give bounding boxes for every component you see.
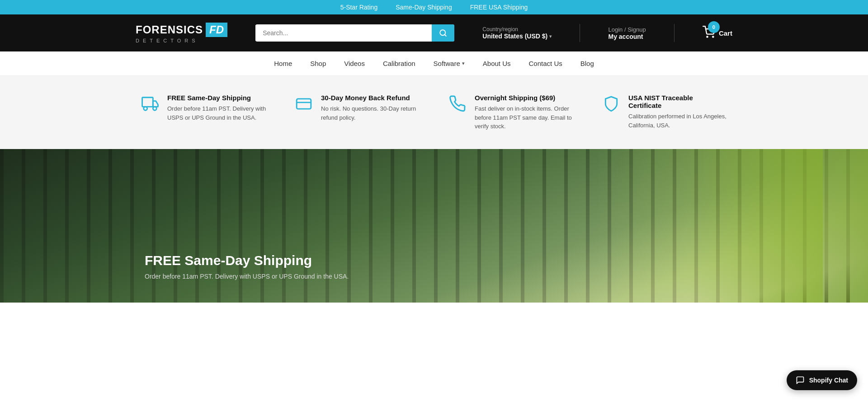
nav-calibration[interactable]: Calibration [383,60,415,67]
cart-label: Cart [719,29,732,37]
svg-rect-4 [142,98,153,107]
nav-contact-us[interactable]: Contact Us [529,60,562,67]
svg-point-6 [153,107,156,110]
logo[interactable]: FORENSICS FD DETECTORS [136,23,227,43]
nav-blog[interactable]: Blog [580,60,594,67]
hero-section: FREE Same-Day Shipping Order before 11am… [0,149,868,303]
my-account-link[interactable]: My account [609,33,646,40]
person-overlay [687,149,868,303]
logo-box: FD [206,23,227,37]
nav-software[interactable]: Software ▾ [434,60,465,67]
search-area [255,24,454,42]
cart-button[interactable]: 0 Cart [703,26,732,40]
shipping-icon [140,94,160,114]
country-value[interactable]: United States (USD $) ▾ [482,33,552,40]
feature-refund-desc: No risk. No questions. 30-Day return ref… [321,104,420,122]
search-button[interactable] [432,24,454,42]
feature-overnight: Overnight Shipping ($69) Fast deliver on… [448,94,574,131]
feature-shipping: FREE Same-Day Shipping Order before 11am… [140,94,267,131]
svg-line-1 [445,34,446,36]
certificate-icon [601,94,621,114]
refund-icon [294,94,314,114]
cart-count: 0 [708,21,720,33]
feature-certificate-desc: Calibration performed in Los Angeles, Ca… [628,112,728,130]
feature-certificate-text: USA NIST Traceable Certificate Calibrati… [628,94,728,130]
logo-fd: FD [209,23,224,36]
search-icon [439,29,447,37]
header: FORENSICS FD DETECTORS Country/region Un… [0,14,868,51]
feature-certificate: USA NIST Traceable Certificate Calibrati… [601,94,728,131]
feature-shipping-title: FREE Same-Day Shipping [167,94,267,102]
chevron-down-icon: ▾ [462,61,465,66]
feature-refund-title: 30-Day Money Back Refund [321,94,420,102]
svg-point-3 [712,36,713,37]
feature-overnight-title: Overnight Shipping ($69) [475,94,574,102]
logo-sub: DETECTORS [136,38,227,43]
main-nav: Home Shop Videos Calibration Software ▾ … [0,51,868,76]
header-divider-1 [580,24,580,42]
banner-item-1: 5-Star Rating [340,4,377,11]
overnight-icon [448,94,467,114]
svg-point-2 [707,36,708,37]
feature-shipping-text: FREE Same-Day Shipping Order before 11am… [167,94,267,122]
login-signup-link[interactable]: Login / Signup [609,26,646,33]
svg-rect-7 [297,99,311,109]
banner-item-2: Same-Day Shipping [396,4,452,11]
hero-desc: Order before 11am PST. Delivery with USP… [145,273,349,280]
feature-certificate-title: USA NIST Traceable Certificate [628,94,728,109]
search-input[interactable] [255,25,432,41]
header-divider-2 [674,24,675,42]
hero-content: FREE Same-Day Shipping Order before 11am… [0,253,349,280]
nav-home[interactable]: Home [274,60,292,67]
feature-shipping-desc: Order before 11am PST. Delivery with USP… [167,104,267,122]
nav-shop[interactable]: Shop [310,60,326,67]
features-section: FREE Same-Day Shipping Order before 11am… [0,76,868,149]
cart-icon-wrap: 0 [703,26,715,40]
feature-refund: 30-Day Money Back Refund No risk. No que… [294,94,420,131]
svg-point-5 [144,107,147,110]
top-banner: 5-Star Rating Same-Day Shipping FREE USA… [0,0,868,14]
hero-title: FREE Same-Day Shipping [145,253,349,268]
feature-refund-text: 30-Day Money Back Refund No risk. No que… [321,94,420,122]
country-label: Country/region [482,26,552,33]
feature-overnight-text: Overnight Shipping ($69) Fast deliver on… [475,94,574,131]
banner-item-3: FREE USA Shipping [470,4,528,11]
chevron-down-icon: ▾ [549,34,552,39]
logo-name: FORENSICS [136,23,203,36]
nav-about-us[interactable]: About Us [483,60,511,67]
country-selector[interactable]: Country/region United States (USD $) ▾ [482,26,552,40]
nav-videos[interactable]: Videos [344,60,365,67]
account-area[interactable]: Login / Signup My account [609,26,646,40]
feature-overnight-desc: Fast deliver on in-stock items. Order be… [475,104,574,131]
